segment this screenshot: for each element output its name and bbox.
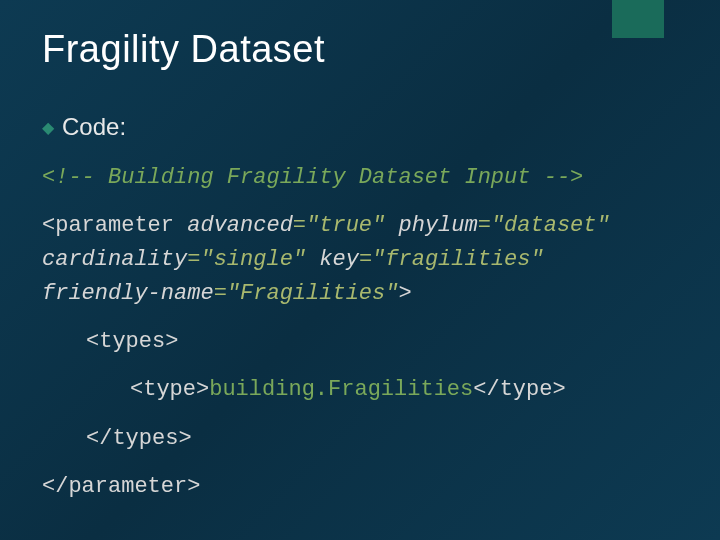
code-param-open: <parameter advanced="true" phylum="datas… (42, 209, 678, 311)
attr-friendly: friendly-name (42, 281, 214, 306)
type-open: <type> (130, 377, 209, 402)
attr-advanced: advanced (187, 213, 293, 238)
page-title: Fragility Dataset (42, 28, 678, 71)
tag-open-end: > (398, 281, 411, 306)
attr-phylum: phylum (398, 213, 477, 238)
code-types-open: <types> (42, 325, 678, 359)
attr-phylum-val: ="dataset" (478, 213, 610, 238)
attr-friendly-val: ="Fragilities" (214, 281, 399, 306)
code-types-close: </types> (42, 422, 678, 456)
bullet-row: ◆ Code: (42, 113, 678, 141)
attr-key-val: ="fragilities" (359, 247, 544, 272)
slide-content: Fragility Dataset ◆ Code: <!-- Building … (0, 0, 720, 504)
attr-key: key (319, 247, 359, 272)
code-type-line: <type>building.Fragilities</type> (42, 373, 678, 407)
type-value: building.Fragilities (209, 377, 473, 402)
attr-cardinality: cardinality (42, 247, 187, 272)
types-open: <types> (86, 329, 178, 354)
accent-bar (612, 0, 664, 38)
comment-text: <!-- Building Fragility Dataset Input --… (42, 165, 583, 190)
code-comment: <!-- Building Fragility Dataset Input --… (42, 161, 678, 195)
attr-advanced-val: ="true" (293, 213, 399, 238)
code-param-close: </parameter> (42, 470, 678, 504)
code-block: <!-- Building Fragility Dataset Input --… (42, 161, 678, 504)
param-close: </parameter> (42, 474, 200, 499)
tag-open: <parameter (42, 213, 187, 238)
bullet-icon: ◆ (42, 118, 54, 137)
attr-cardinality-val: ="single" (187, 247, 319, 272)
types-close: </types> (86, 426, 192, 451)
bullet-label: Code: (62, 113, 126, 141)
type-close: </type> (473, 377, 565, 402)
